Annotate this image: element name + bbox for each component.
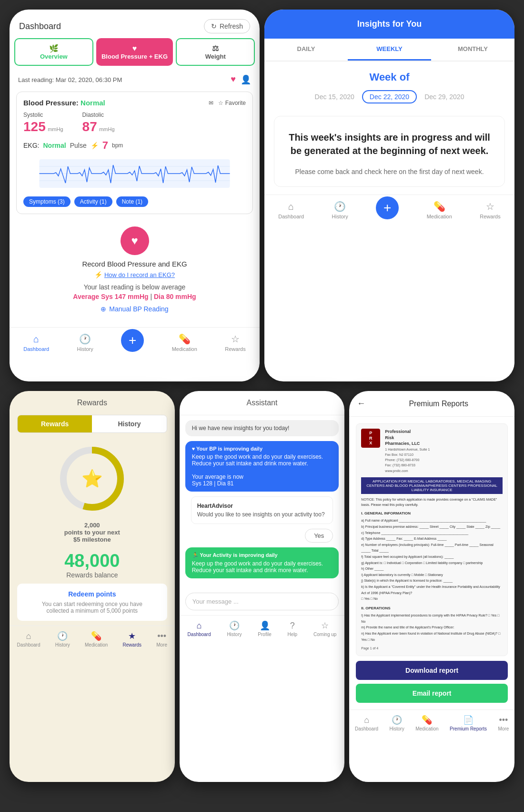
date-next[interactable]: Dec 29, 2020 xyxy=(424,93,464,101)
help-icon: ? xyxy=(290,621,295,631)
bottom-nav-premium: ⌂ Dashboard 🕐 History 💊 Medication 📄 Pre… xyxy=(349,709,514,736)
back-button[interactable]: ← xyxy=(357,399,365,409)
assistant-phone: Assistant Hi we have new insights for yo… xyxy=(180,391,345,782)
nav-help-asst[interactable]: ? Help xyxy=(288,621,298,637)
nav-medication-rew[interactable]: 💊 Medication xyxy=(85,631,108,648)
nav-more-rew[interactable]: ••• More xyxy=(156,631,167,648)
document-preview: PRX Professional Risk Pharmacies, LLC 1 … xyxy=(356,423,508,656)
premium-reports-phone: ← Premium Reports PRX Professional Risk … xyxy=(349,391,514,782)
record-bp-icon[interactable]: ♥ xyxy=(121,226,149,255)
assistant-header: Assistant xyxy=(180,391,345,415)
pill-icon: 💊 xyxy=(91,631,101,641)
yes-button[interactable]: Yes xyxy=(305,529,333,543)
download-report-button[interactable]: Download report xyxy=(356,661,508,680)
doc-section-ops: II. OPERATIONS l) Has the Applicant impl… xyxy=(361,605,503,643)
more-icon: ••• xyxy=(499,715,508,725)
tab-bp-ekg[interactable]: ♥ Blood Pressure + EKG xyxy=(96,38,173,66)
clock-icon: 🕐 xyxy=(79,333,91,345)
points-next-text: 2,000 points to your next $5 milestone xyxy=(10,522,175,543)
favorite-button[interactable]: ☆ Favorite xyxy=(218,100,246,106)
nav-profile-asst[interactable]: 👤 Profile xyxy=(258,620,271,637)
rewards-header: Rewards xyxy=(10,391,175,415)
heart-advisor-card: HeartAdvisor Would you like to see insig… xyxy=(191,496,333,524)
insights-phone: Insights for You DAILY WEEKLY MONTHLY We… xyxy=(264,10,514,381)
nav-dashboard-rew[interactable]: ⌂ Dashboard xyxy=(17,631,40,648)
pill-icon: 💊 xyxy=(422,715,432,725)
nav-medication-ins[interactable]: 💊 Medication xyxy=(427,201,452,219)
bottom-nav-dashboard: ⌂ Dashboard 🕐 History + 💊 Medication ☆ R… xyxy=(10,327,260,358)
activity-tag[interactable]: Activity (1) xyxy=(74,196,112,207)
email-report-button[interactable]: Email report xyxy=(356,684,508,703)
add-button-ins[interactable]: + xyxy=(376,196,399,219)
heart-icon: ♥ xyxy=(231,74,236,85)
pill-icon: 💊 xyxy=(433,201,445,212)
nav-dashboard-ins[interactable]: ⌂ Dashboard xyxy=(278,201,304,219)
nav-rewards-rew[interactable]: ★ Rewards xyxy=(123,631,141,648)
email-icon[interactable]: ✉ xyxy=(209,100,213,106)
symptoms-tag[interactable]: Symptoms (3) xyxy=(23,196,71,207)
home-icon: ⌂ xyxy=(33,334,39,345)
chat-msg-intro: Hi we have new insights for you today! xyxy=(185,420,339,436)
tab-rewards[interactable]: Rewards xyxy=(18,415,92,432)
doc-title-bar: APPLICATION FOR MEDICAL LABORATORIES, ME… xyxy=(361,477,503,494)
ekg-wave xyxy=(23,159,246,188)
dashboard-phone: Dashboard ↻ Refresh 🌿 Overview ♥ Blood P… xyxy=(10,10,260,381)
week-section: Week of Dec 15, 2020 Dec 22, 2020 Dec 29… xyxy=(264,62,514,108)
date-current[interactable]: Dec 22, 2020 xyxy=(362,90,417,103)
date-prev[interactable]: Dec 15, 2020 xyxy=(315,93,354,101)
coming-up-icon: ☆ xyxy=(321,620,329,631)
nav-history-rew[interactable]: 🕐 History xyxy=(55,631,70,648)
manual-bp-button[interactable]: ⊕ Manual BP Reading xyxy=(19,305,250,313)
home-icon: ⌂ xyxy=(197,621,202,631)
profile-icon: 👤 xyxy=(260,620,270,631)
insights-header: Insights for You xyxy=(264,10,514,39)
nav-rewards[interactable]: ☆ Rewards xyxy=(225,333,245,352)
home-icon: ⌂ xyxy=(288,201,294,212)
nav-comingup-asst[interactable]: ☆ Coming up xyxy=(313,620,336,637)
dashboard-title: Dashboard xyxy=(19,21,61,31)
nav-history-asst[interactable]: 🕐 History xyxy=(227,620,242,637)
nav-medication[interactable]: 💊 Medication xyxy=(172,333,197,352)
tab-history[interactable]: History xyxy=(92,415,166,432)
star-icon: ☆ xyxy=(231,333,240,345)
clock-icon: 🕐 xyxy=(229,620,240,631)
insights-card: This week's insights are in progress and… xyxy=(274,116,505,187)
nav-more-prem[interactable]: ••• More xyxy=(498,715,509,731)
tab-weekly[interactable]: WEEKLY xyxy=(348,39,431,61)
add-button[interactable]: + xyxy=(121,329,144,352)
star-icon: ☆ xyxy=(486,201,494,212)
nav-dashboard-asst[interactable]: ⌂ Dashboard xyxy=(188,621,211,637)
nav-history[interactable]: 🕐 History xyxy=(77,333,93,352)
nav-medication-prem[interactable]: 💊 Medication xyxy=(415,715,438,731)
chat-msg-activity: 🏃 Your Activity is improving daily Keep … xyxy=(185,547,339,578)
star-icon: ★ xyxy=(128,631,136,641)
home-icon: ⌂ xyxy=(26,631,31,641)
more-icon: ••• xyxy=(157,631,166,641)
clock-icon: 🕐 xyxy=(334,201,346,212)
chat-input[interactable]: Your message ... xyxy=(185,593,339,610)
tab-weight[interactable]: ⚖ Weight xyxy=(176,38,255,66)
nav-dashboard[interactable]: ⌂ Dashboard xyxy=(23,334,49,352)
note-tag[interactable]: Note (1) xyxy=(116,196,148,207)
bottom-nav-insights: ⌂ Dashboard 🕐 History + 💊 Medication ☆ R… xyxy=(264,195,514,225)
page-number: Page 1 of 4 xyxy=(361,646,503,651)
refresh-button[interactable]: ↻ Refresh xyxy=(204,19,250,33)
nav-dashboard-prem[interactable]: ⌂ Dashboard xyxy=(355,715,378,731)
nav-premium-reports-prem[interactable]: 📄 Premium Reports xyxy=(450,715,487,731)
premium-reports-header: ← Premium Reports xyxy=(349,391,514,417)
org-logo: PRX xyxy=(361,429,380,448)
nav-history-ins[interactable]: 🕐 History xyxy=(332,201,348,219)
tab-daily[interactable]: DAILY xyxy=(264,39,348,61)
tab-overview[interactable]: 🌿 Overview xyxy=(14,38,93,66)
record-section: ♥ Record Blood Pressure and EKG ⚡ How do… xyxy=(10,217,260,322)
bottom-nav-assistant: ⌂ Dashboard 🕐 History 👤 Profile ? Help ☆… xyxy=(180,615,345,642)
doc-section-general: I. GENERAL INFORMATION a) Full name of A… xyxy=(361,510,503,602)
clock-icon: 🕐 xyxy=(57,631,68,641)
nav-rewards-ins[interactable]: ☆ Rewards xyxy=(480,201,500,219)
chat-msg-bp: ♥ Your BP is improving daily Keep up the… xyxy=(185,441,339,492)
nav-history-prem[interactable]: 🕐 History xyxy=(390,715,404,731)
star-center-icon: ⭐ xyxy=(81,469,103,489)
ekg-help-link[interactable]: How do I record an EKG? xyxy=(104,271,175,278)
tab-monthly[interactable]: MONTHLY xyxy=(431,39,514,61)
home-icon: ⌂ xyxy=(364,715,369,725)
